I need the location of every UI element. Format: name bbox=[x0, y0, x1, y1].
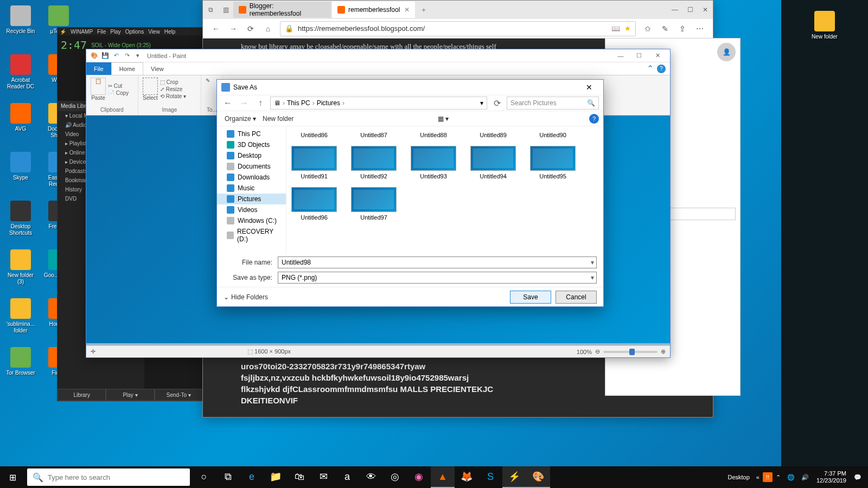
ribbon-collapse-icon[interactable]: ⌃ bbox=[647, 63, 654, 74]
hide-folders-toggle[interactable]: ⌄ Hide Folders bbox=[224, 293, 268, 301]
nav-item-recovery-d-[interactable]: RECOVERY (D:) bbox=[217, 226, 286, 245]
taskbar[interactable]: ⊞ 🔍 ○ ⧉ e 📁 🛍 ✉ a 👁 ◎ ◉ ▲ 🦊 S ⚡ 🎨 Deskto… bbox=[0, 466, 868, 488]
copy-button[interactable]: 📄 Copy bbox=[108, 90, 129, 96]
nav-item-pictures[interactable]: Pictures bbox=[217, 194, 286, 204]
winamp-footer-library[interactable]: Library bbox=[58, 389, 106, 401]
cortana-button[interactable]: ○ bbox=[192, 466, 216, 488]
tray-volume-icon[interactable]: 🔊 bbox=[798, 474, 812, 481]
nav-item-videos[interactable]: Videos bbox=[217, 204, 286, 215]
tab-blogger[interactable]: Blogger: rememberlessfool bbox=[233, 2, 331, 18]
paint-maximize[interactable]: ☐ bbox=[630, 50, 648, 61]
nav-item-this-pc[interactable]: This PC bbox=[217, 129, 286, 139]
zoom-out-button[interactable]: ⊖ bbox=[595, 348, 600, 355]
saveas-close-button[interactable]: ✕ bbox=[579, 83, 599, 92]
winamp-menu-view[interactable]: View bbox=[148, 29, 160, 35]
view-options-button[interactable]: ▦ ▾ bbox=[435, 115, 452, 123]
paint-close[interactable]: ✕ bbox=[648, 50, 667, 61]
file-item[interactable]: Untitled95 bbox=[528, 146, 577, 179]
crumb-thispc[interactable]: This PC bbox=[287, 99, 310, 107]
task-explorer[interactable]: 📁 bbox=[264, 466, 288, 488]
taskview-button[interactable]: ⧉ bbox=[216, 466, 240, 488]
nav-forward-button[interactable]: → bbox=[238, 97, 251, 110]
paint-tab-home[interactable]: Home bbox=[111, 62, 143, 75]
winamp-menu-options[interactable]: Options bbox=[125, 29, 144, 35]
nav-item-windows-c-[interactable]: Windows (C:) bbox=[217, 215, 286, 226]
dropdown-icon[interactable]: ▾ bbox=[591, 259, 594, 266]
settings-button[interactable]: ⋯ bbox=[691, 20, 709, 37]
qat-save-icon[interactable]: 💾 bbox=[100, 51, 110, 61]
winamp-menu-play[interactable]: Play bbox=[110, 29, 120, 35]
forward-button[interactable]: → bbox=[225, 20, 242, 37]
search-input[interactable] bbox=[48, 473, 184, 481]
desktop-icon[interactable]: 'sublimina... folder bbox=[4, 298, 37, 334]
file-pane[interactable]: Untitled86Untitled87Untitled88Untitled89… bbox=[286, 126, 603, 253]
tray-overflow-icon[interactable]: « bbox=[753, 474, 763, 480]
share-button[interactable]: ⇪ bbox=[674, 20, 691, 37]
tray-clock[interactable]: 7:37 PM 12/23/2019 bbox=[812, 470, 851, 484]
qat-customize-icon[interactable]: ▾ bbox=[133, 51, 143, 61]
winamp-titlebar[interactable]: ⚡ WINAMP File Play Options View Help bbox=[58, 28, 203, 35]
system-tray[interactable]: Desktop « !! ⌃ 🌐 🔊 7:37 PM 12/23/2019 💬 bbox=[724, 470, 868, 484]
zoom-slider[interactable] bbox=[603, 351, 658, 353]
crumb-pictures[interactable]: Pictures bbox=[317, 99, 340, 107]
file-item[interactable]: Untitled87 bbox=[349, 130, 398, 138]
show-desktop-label[interactable]: Desktop bbox=[724, 474, 752, 480]
desktop-icon[interactable]: AVG bbox=[4, 103, 37, 132]
crop-button[interactable]: ⬚ Crop bbox=[160, 79, 186, 85]
tray-notifications-icon[interactable]: 💬 bbox=[851, 474, 865, 481]
nav-refresh-button[interactable]: ⟳ bbox=[490, 97, 503, 110]
type-field[interactable]: PNG (*.png)▾ bbox=[278, 272, 597, 284]
winamp-menu-file[interactable]: File bbox=[97, 29, 106, 35]
pencil-icon[interactable]: ✎ bbox=[206, 78, 210, 84]
home-button[interactable]: ⌂ bbox=[259, 20, 277, 37]
cancel-button[interactable]: Cancel bbox=[556, 291, 597, 304]
cut-button[interactable]: ✂ Cut bbox=[108, 83, 129, 89]
address-bar[interactable]: 🔒 https://rememeberlessfool.blogspot.com… bbox=[280, 21, 636, 36]
reading-view-icon[interactable]: 📖 bbox=[611, 24, 620, 33]
back-button[interactable]: ← bbox=[207, 20, 225, 37]
nav-back-button[interactable]: ← bbox=[221, 97, 234, 110]
winamp-menu-help[interactable]: Help bbox=[164, 29, 176, 35]
task-store[interactable]: 🛍 bbox=[288, 466, 311, 488]
task-skype[interactable]: S bbox=[478, 466, 502, 488]
newfolder-button[interactable]: New folder bbox=[259, 115, 297, 123]
select-icon[interactable] bbox=[143, 78, 158, 95]
file-item[interactable]: Untitled92 bbox=[349, 146, 398, 179]
favorites-button[interactable]: ✩ bbox=[639, 20, 656, 37]
task-tripadvisor[interactable]: 👁 bbox=[359, 466, 383, 488]
task-paint[interactable]: 🎨 bbox=[526, 466, 550, 488]
notes-button[interactable]: ✎ bbox=[656, 20, 674, 37]
nav-pane[interactable]: This PC3D ObjectsDesktopDocumentsDownloa… bbox=[217, 126, 286, 253]
tray-chevron-icon[interactable]: ⌃ bbox=[773, 474, 784, 481]
file-item[interactable]: Untitled97 bbox=[349, 187, 398, 221]
task-vlc[interactable]: ▲ bbox=[431, 466, 455, 488]
file-item[interactable]: Untitled91 bbox=[290, 146, 339, 179]
task-mail[interactable]: ✉ bbox=[311, 466, 335, 488]
file-item[interactable]: Untitled93 bbox=[409, 146, 458, 179]
desktop-icon[interactable]: New folder (3) bbox=[4, 249, 37, 285]
task-edge[interactable]: e bbox=[240, 466, 264, 488]
paste-icon[interactable]: 📋 bbox=[91, 78, 106, 95]
window-maximize[interactable]: ☐ bbox=[682, 2, 698, 17]
favorite-star-icon[interactable]: ★ bbox=[624, 24, 631, 33]
nav-item-desktop[interactable]: Desktop bbox=[217, 150, 286, 161]
nav-item-documents[interactable]: Documents bbox=[217, 161, 286, 172]
crumb-dropdown-icon[interactable]: ▾ bbox=[480, 99, 483, 107]
nav-item-downloads[interactable]: Downloads bbox=[217, 172, 286, 183]
desktop-icon[interactable]: Recycle Bin bbox=[4, 5, 37, 35]
file-item[interactable]: Untitled86 bbox=[290, 130, 339, 138]
task-amazon[interactable]: a bbox=[335, 466, 359, 488]
window-minimize[interactable]: — bbox=[667, 2, 682, 17]
file-item[interactable]: Untitled88 bbox=[409, 130, 458, 138]
paint-minimize[interactable]: — bbox=[611, 50, 630, 61]
qat-undo-icon[interactable]: ↶ bbox=[111, 51, 121, 61]
tray-app-icon[interactable]: !! bbox=[763, 472, 773, 482]
file-item[interactable]: Untitled89 bbox=[469, 130, 518, 138]
dropdown-icon[interactable]: ▾ bbox=[591, 274, 594, 281]
desktop-icon[interactable]: Skype bbox=[4, 152, 37, 181]
tray-network-icon[interactable]: 🌐 bbox=[784, 474, 798, 481]
window-close[interactable]: ✕ bbox=[698, 2, 713, 17]
profile-avatar-icon[interactable]: 👤 bbox=[717, 43, 736, 61]
nav-item-3d-objects[interactable]: 3D Objects bbox=[217, 139, 286, 150]
saveas-search[interactable]: Search Pictures 🔍 bbox=[507, 97, 599, 110]
